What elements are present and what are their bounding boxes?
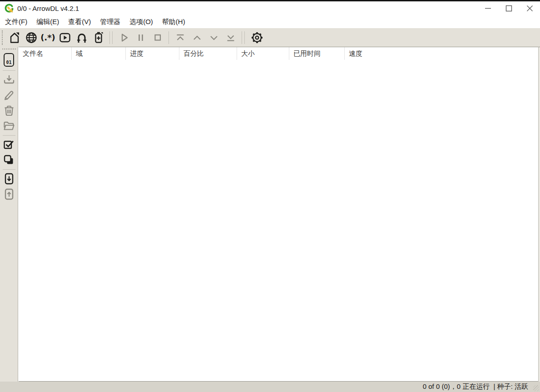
checkbox-check-icon [2,138,16,152]
regex-icon: (.*) [40,33,55,42]
window-title: 0/0 - ArrowDL v4.2.1 [17,5,79,12]
home-button[interactable] [6,29,23,46]
stop-button [149,29,166,46]
move-up-icon [190,31,204,44]
gear-icon [250,31,264,44]
column-header-speed[interactable]: 速度 [345,47,538,60]
trash-icon [2,104,16,118]
sidebar-separator [3,70,15,71]
add-batch-button[interactable]: (.*) [40,29,56,46]
globe-icon [25,31,38,44]
play-icon [117,31,131,44]
pause-button [132,29,149,46]
resume-button [115,29,132,46]
menu-edit[interactable]: 编辑(E) [32,16,64,28]
arrowdl-logo-icon [4,4,14,14]
toolbar-separator [168,31,170,44]
stop-icon [151,31,164,44]
selection-toolbar: 01 [0,47,18,382]
menu-manager[interactable]: 管理器 [95,16,125,28]
move-bottom-icon [224,31,238,44]
import-button[interactable] [1,171,17,186]
status-bar: 0 of 0 (0)，0 正在运行 | 种子: 活跃 [0,382,540,392]
table-header: 文件名 域 进度 百分比 大小 已用时间 速度 [19,47,538,60]
maximize-button[interactable] [498,1,519,15]
menu-bar: 文件(F) 编辑(E) 查看(V) 管理器 选项(O) 帮助(H) [0,15,540,28]
magnet-icon [75,31,89,44]
invert-selection-button[interactable] [1,152,17,168]
column-header-percent[interactable]: 百分比 [179,47,237,60]
toolbar-separator [109,31,114,44]
folder-icon [2,119,16,133]
column-header-size[interactable]: 大小 [237,47,289,60]
add-urls-button[interactable] [90,29,107,46]
battery-plus-icon [92,31,105,44]
close-button[interactable] [519,1,540,15]
download-tray-icon [2,73,16,87]
redownload-button [1,72,17,88]
add-torrent-button[interactable] [73,29,90,46]
column-header-domain[interactable]: 域 [72,47,126,60]
status-summary: 0 of 0 (0)，0 正在运行 | 种子: 活跃 [423,382,528,391]
toolbar-drag-handle[interactable] [2,30,3,45]
add-stream-button[interactable] [56,29,73,46]
export-button [1,186,17,202]
content-right-edge [538,47,540,382]
move-down-icon [207,31,221,44]
toolbar-separator [241,31,246,44]
file-arrow-down-icon [2,172,16,186]
column-header-progress[interactable]: 进度 [126,47,179,60]
document-01-icon: 01 [4,53,14,67]
close-icon [526,5,533,12]
move-bottom-button [222,29,239,46]
remove-button [1,103,17,118]
sidebar-drag-handle[interactable] [2,49,16,49]
menu-file[interactable]: 文件(F) [0,16,32,28]
title-bar: 0/0 - ArrowDL v4.2.1 [0,1,540,15]
sidebar-separator [3,169,15,170]
open-folder-button [1,118,17,134]
edit-button [1,88,17,103]
rename-counter-button[interactable]: 01 [1,51,17,69]
minimize-icon [485,5,491,12]
window-controls [477,1,540,15]
home-icon [8,31,21,44]
maximize-icon [505,5,512,12]
menu-view[interactable]: 查看(V) [64,16,95,28]
pause-icon [134,31,148,44]
minimize-button[interactable] [477,1,498,15]
settings-button[interactable] [248,29,265,46]
move-down-button [205,29,222,46]
resize-grip[interactable] [533,385,539,391]
move-top-button [172,29,188,46]
pencil-icon [2,88,16,102]
add-content-button[interactable] [23,29,40,46]
main-toolbar: (.*) [0,28,540,47]
download-list[interactable]: 文件名 域 进度 百分比 大小 已用时间 速度 [19,47,538,382]
menu-help[interactable]: 帮助(H) [158,16,190,28]
overlap-squares-icon [2,153,16,167]
select-all-button[interactable] [1,137,17,152]
move-up-button [188,29,205,46]
column-header-filename[interactable]: 文件名 [19,47,72,60]
file-arrow-up-icon [2,187,16,201]
menu-options[interactable]: 选项(O) [125,16,158,28]
column-header-elapsed[interactable]: 已用时间 [289,47,345,60]
move-top-icon [173,31,187,44]
sidebar-separator [3,135,15,136]
video-play-icon [58,31,72,44]
